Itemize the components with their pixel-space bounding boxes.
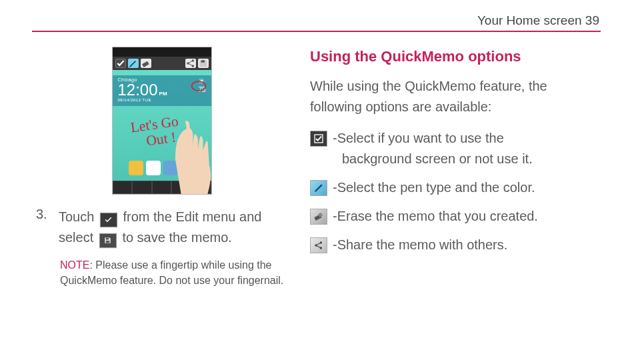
svg-rect-8 (106, 238, 109, 240)
step-number: 3. (36, 207, 53, 248)
save-icon (99, 233, 117, 248)
step-text-a: Touch (59, 209, 98, 224)
note: NOTE: Please use a fingertip while using… (33, 257, 290, 288)
eraser-icon (310, 209, 327, 225)
right-column: Using the QuickMemo options While using … (310, 47, 599, 288)
note-label: NOTE (60, 259, 89, 271)
phone-save-icon (198, 59, 209, 68)
edit-menu-icon (100, 213, 117, 227)
left-column: Chicago 12:00PM 08/14/2012 TUE ☀ 75 Let'… (33, 47, 290, 288)
check-icon (310, 131, 327, 147)
section-heading: Using the QuickMemo options (310, 48, 599, 65)
option-text-cont: background screen or not use it. (333, 149, 599, 169)
step-3: 3. Touch from the Edit menu and select t… (33, 207, 290, 248)
option-share: -Share the memo with others. (310, 235, 599, 255)
option-text: -Select the pen type and the color. (333, 180, 535, 195)
phone-check-icon (115, 59, 126, 68)
share-icon (310, 237, 327, 253)
option-background: -Select if you want to use the backgroun… (310, 128, 599, 169)
phone-pen-icon (128, 59, 139, 68)
svg-point-5 (191, 81, 205, 91)
note-text: : Please use a fingertip while using the… (60, 259, 283, 286)
svg-point-1 (187, 62, 189, 64)
phone-time: 12:00 (118, 81, 158, 99)
svg-rect-9 (106, 241, 109, 243)
option-text: -Erase the memo that you created. (333, 209, 538, 223)
option-pen: -Select the pen type and the color. (310, 177, 599, 198)
phone-share-icon (185, 59, 196, 68)
page-number: 39 (585, 13, 599, 27)
svg-point-2 (191, 59, 193, 61)
option-erase: -Erase the memo that you created. (310, 206, 599, 227)
option-text: -Share the memo with others. (333, 237, 507, 252)
intro-paragraph: While using the QuickMemo feature, the f… (310, 76, 599, 117)
hand-illustration (163, 121, 212, 195)
svg-rect-4 (201, 60, 204, 62)
svg-point-3 (191, 65, 193, 67)
section-name: Your Home screen (477, 13, 582, 27)
svg-rect-0 (141, 61, 149, 67)
step-text-c: to save the memo. (122, 230, 232, 245)
phone-date: 08/14/2012 TUE (118, 98, 206, 102)
header-rule (32, 31, 601, 32)
option-text: -Select if you want to use the (333, 131, 504, 145)
phone-screenshot: Chicago 12:00PM 08/14/2012 TUE ☀ 75 Let'… (33, 47, 290, 195)
page-header: Your Home screen 39 (33, 13, 599, 31)
pen-icon (310, 180, 327, 196)
phone-ampm: PM (158, 91, 167, 97)
phone-eraser-icon (141, 59, 151, 68)
